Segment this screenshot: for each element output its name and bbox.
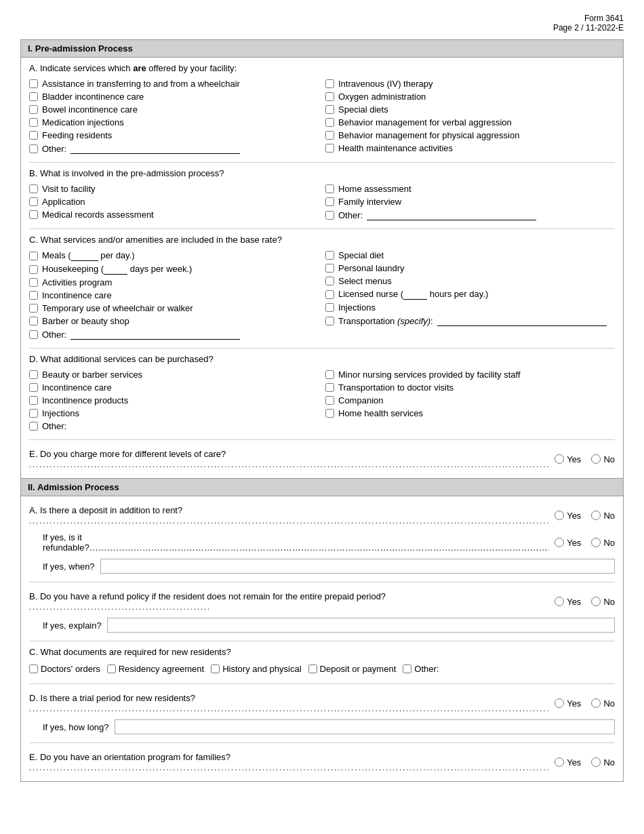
checkbox[interactable] — [325, 79, 334, 88]
checkbox[interactable] — [29, 252, 38, 260]
other-input-c-left[interactable] — [71, 329, 240, 340]
checkbox[interactable] — [29, 409, 38, 418]
yes-radio-iia2[interactable] — [555, 538, 564, 547]
checkbox[interactable] — [29, 330, 38, 339]
checkbox[interactable] — [325, 290, 334, 299]
list-item: Intravenous (IV) therapy — [325, 77, 615, 90]
no-radio-iia2[interactable] — [591, 538, 601, 547]
checkbox[interactable] — [325, 184, 334, 193]
docs-item: Other: — [403, 664, 439, 674]
checkbox[interactable] — [29, 92, 38, 101]
checkbox[interactable] — [29, 304, 38, 313]
docs-item: Residency agreement — [107, 664, 204, 674]
checkbox[interactable] — [325, 144, 334, 153]
checkbox[interactable] — [325, 303, 334, 312]
no-option-iia2[interactable]: No — [591, 538, 615, 548]
no-radio-iie[interactable] — [591, 757, 601, 767]
checkbox[interactable] — [29, 291, 38, 300]
checkbox[interactable] — [29, 197, 38, 206]
no-option-e[interactable]: No — [591, 454, 615, 464]
no-option-iib[interactable]: No — [591, 597, 615, 607]
checkbox[interactable] — [29, 144, 38, 153]
yes-radio-iid[interactable] — [555, 698, 564, 708]
no-radio-iib[interactable] — [591, 597, 601, 606]
checkbox[interactable] — [29, 118, 38, 127]
yes-radio-iie[interactable] — [555, 757, 564, 767]
list-item: Minor nursing services provided by facil… — [325, 368, 615, 381]
checkbox[interactable] — [29, 131, 38, 140]
checkbox[interactable] — [325, 264, 334, 273]
subsection-iia3-label: If yes, when? — [43, 561, 95, 572]
yes-option-iib[interactable]: Yes — [555, 597, 581, 607]
yes-radio-iia1[interactable] — [555, 511, 564, 520]
checkbox[interactable] — [29, 210, 38, 219]
checkbox[interactable] — [325, 105, 334, 114]
checkbox[interactable] — [325, 197, 334, 206]
subsection-c-right: Special diet Personal laundry Select men… — [325, 249, 615, 341]
yes-radio-e[interactable] — [555, 454, 564, 464]
checkbox[interactable] — [107, 664, 116, 673]
checkbox[interactable] — [325, 92, 334, 101]
no-option-iie[interactable]: No — [591, 757, 615, 768]
list-item: Temporary use of wheelchair or walker — [29, 302, 319, 315]
checkbox[interactable] — [325, 317, 334, 325]
checkbox[interactable] — [403, 664, 411, 673]
subsection-iie-label: E. Do you have an orientation program fo… — [29, 752, 549, 772]
other-input-a-left[interactable] — [71, 143, 240, 154]
when-input[interactable] — [100, 559, 615, 574]
checkbox[interactable] — [29, 184, 38, 193]
checkbox[interactable] — [29, 105, 38, 114]
checkbox[interactable] — [29, 422, 38, 431]
meals-per-day-input[interactable] — [71, 250, 98, 261]
checkbox[interactable] — [308, 664, 317, 673]
checkbox[interactable] — [325, 131, 334, 140]
checkbox[interactable] — [325, 370, 334, 379]
no-option-iia1[interactable]: No — [591, 511, 615, 521]
nurse-hours-input[interactable] — [403, 289, 427, 300]
section-i-header: I. Pre-admission Process — [21, 40, 623, 58]
checkbox[interactable] — [29, 278, 38, 287]
list-item: Incontinence care — [29, 381, 319, 394]
list-item: Other: — [29, 327, 319, 341]
checkbox[interactable] — [29, 79, 38, 88]
checkbox[interactable] — [325, 277, 334, 285]
checkbox[interactable] — [29, 396, 38, 405]
yes-option-iid[interactable]: Yes — [555, 698, 581, 709]
subsection-iic: C. What documents are required for new r… — [29, 647, 615, 677]
other-input-b-right[interactable] — [367, 210, 536, 220]
checkbox[interactable] — [325, 211, 334, 220]
checkbox[interactable] — [29, 383, 38, 392]
yes-option-iia1[interactable]: Yes — [555, 511, 581, 521]
checkbox[interactable] — [325, 251, 334, 260]
subsection-a: A. Indicate services which are offered b… — [29, 63, 615, 155]
checkbox[interactable] — [29, 265, 38, 274]
housekeeping-days-input[interactable] — [104, 264, 127, 275]
list-item: Injections — [29, 407, 319, 420]
list-item: Home health services — [325, 407, 615, 420]
how-long-input[interactable] — [115, 719, 615, 734]
subsection-iib2-label: If yes, explain? — [43, 620, 102, 631]
no-radio-iia1[interactable] — [591, 511, 601, 520]
yes-option-iia2[interactable]: Yes — [555, 538, 581, 548]
checkbox[interactable] — [325, 409, 334, 418]
list-item: Special diet — [325, 249, 615, 262]
checkbox[interactable] — [325, 396, 334, 405]
list-item: Medical records assessment — [29, 208, 319, 221]
main-form: I. Pre-admission Process A. Indicate ser… — [20, 39, 624, 782]
explain-input[interactable] — [107, 618, 615, 633]
no-radio-e[interactable] — [591, 454, 601, 464]
checkbox[interactable] — [325, 383, 334, 392]
yes-no-options-iie: Yes No — [549, 757, 615, 768]
checkbox[interactable] — [29, 370, 38, 379]
checkbox[interactable] — [211, 664, 220, 673]
checkbox[interactable] — [29, 317, 38, 325]
checkbox[interactable] — [29, 664, 38, 673]
no-option-iid[interactable]: No — [591, 698, 615, 709]
no-radio-iid[interactable] — [591, 698, 601, 708]
yes-option-e[interactable]: Yes — [555, 454, 581, 464]
list-item: Personal laundry — [325, 262, 615, 275]
checkbox[interactable] — [325, 118, 334, 127]
transportation-specify-input[interactable] — [437, 315, 607, 326]
yes-option-iie[interactable]: Yes — [555, 757, 581, 768]
yes-radio-iib[interactable] — [555, 597, 564, 606]
